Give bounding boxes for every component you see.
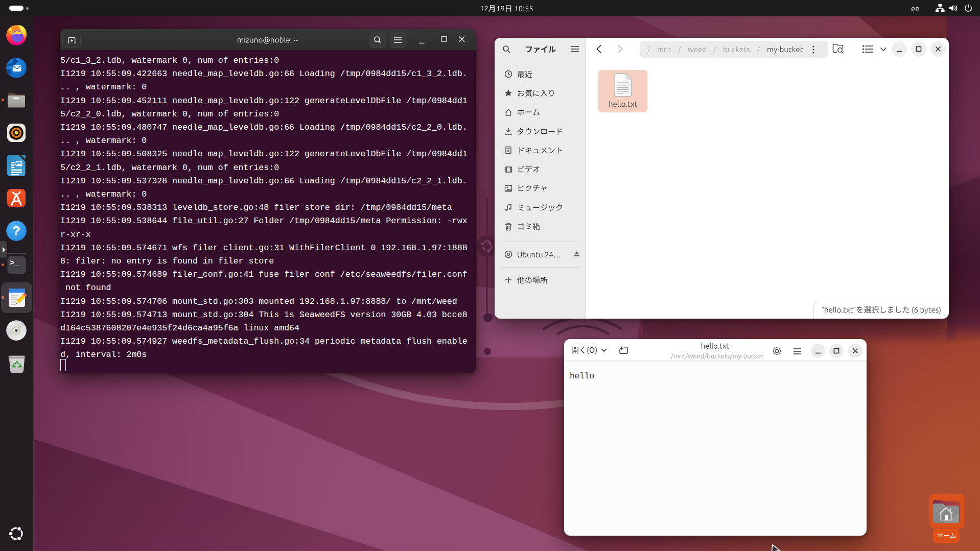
svg-text:>_: >_	[10, 259, 19, 268]
svg-text:?: ?	[12, 223, 20, 238]
